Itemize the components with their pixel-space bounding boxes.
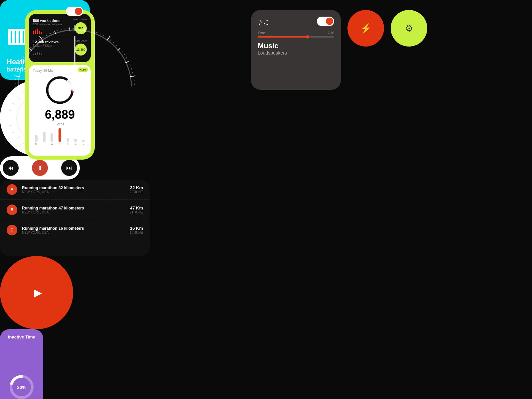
gear-circle-widget[interactable]: ⚙ (391, 10, 427, 47)
pulse-icon: ⚡ (360, 23, 372, 34)
next-button[interactable]: ⏭ (61, 160, 77, 176)
run-stats-a: 32 Km 22 JUNE (130, 185, 143, 194)
music-widget: ♪♫ Time 2:36 Music Loudspeakers (251, 10, 341, 90)
run-info-b: Running marathon 47 kilometers NEW YORK,… (22, 206, 125, 214)
week-bar-f: F (65, 138, 71, 145)
music-toggle[interactable] (317, 17, 334, 26)
run-stats-c: 16 Km 16 JUNE (130, 226, 143, 234)
run-date-b: 21 JUNE (130, 210, 143, 214)
run-loc-b: NEW YORK, USA (22, 210, 125, 214)
svg-line-25 (17, 136, 20, 139)
svg-line-31 (17, 97, 20, 99)
music-title: Music (258, 42, 334, 50)
run-stats-b: 47 Km 21 JUNE (130, 205, 143, 214)
media-controls-widget: ⏮ ⏸ ⏭ (0, 156, 80, 180)
music-time-value: 2:36 (328, 31, 334, 35)
svg-line-30 (12, 103, 15, 104)
music-note-icon: ♪♫ (258, 17, 269, 27)
prev-button[interactable]: ⏮ (3, 160, 19, 176)
week-bar-t: T (41, 132, 48, 145)
music-progress-fill (258, 36, 308, 38)
pause-button[interactable]: ⏸ (32, 160, 48, 176)
run-badge-b: B (7, 204, 17, 215)
steps-value: 6,889 (33, 108, 87, 122)
run-km-c: 16 Km (130, 226, 143, 231)
week-bar-t2: T (57, 128, 63, 145)
svg-line-29 (9, 110, 12, 111)
gear-icon: ⚙ (405, 23, 413, 34)
music-subtitle: Loudspeakers (258, 50, 334, 56)
svg-line-27 (9, 125, 12, 126)
inactive-time-widget: Inactive Time 20% (0, 329, 43, 399)
steps-unit: Steps (33, 122, 87, 126)
inactive-label: Inactive Time (8, 334, 35, 339)
play-icon: ▶ (34, 286, 42, 299)
run-badge-c: C (7, 225, 17, 235)
running-list-widget: A Running marathon 32 kilometers NEW YOR… (0, 180, 150, 256)
big-orange-circle-widget[interactable]: ▶ (0, 256, 73, 329)
run-date-a: 22 JUNE (130, 190, 143, 194)
music-toggle-knob (326, 18, 333, 25)
run-item-a: A Running marathon 32 kilometers NEW YOR… (0, 180, 150, 200)
run-km-b: 47 Km (130, 205, 143, 210)
run-km-a: 32 Km (130, 185, 143, 190)
run-info-c: Running marathon 16 kilometers NEW YORK,… (22, 226, 125, 234)
music-progress-bar[interactable] (258, 36, 334, 38)
music-time-label: Time (258, 31, 265, 35)
run-info-a: Running marathon 32 kilometers NEW YORK,… (22, 186, 125, 194)
run-name-a: Running marathon 32 kilometers (22, 186, 125, 190)
pulse-circle-widget[interactable]: ⚡ (347, 10, 384, 47)
music-progress-dot (306, 35, 309, 39)
week-bar-w: W (49, 133, 55, 145)
run-loc-a: NEW YORK, USA (22, 190, 125, 194)
run-item-b: B Running marathon 47 kilometers NEW YOR… (0, 200, 150, 220)
music-header: ♪♫ (258, 17, 334, 27)
run-badge-a: A (7, 184, 17, 195)
run-name-c: Running marathon 16 kilometers (22, 226, 125, 231)
run-item-c: C Running marathon 16 kilometers NEW YOR… (0, 220, 150, 240)
svg-line-24 (23, 142, 25, 144)
svg-text:20%: 20% (17, 385, 27, 390)
run-loc-c: NEW YORK, USA (22, 231, 125, 234)
week-bar-m: M (33, 135, 40, 145)
svg-line-26 (12, 132, 15, 133)
inactive-donut: 20% (8, 374, 35, 399)
week-bar-s2: S (80, 140, 87, 145)
run-date-c: 16 JUNE (130, 231, 143, 234)
music-progress: Time 2:36 (258, 31, 334, 38)
week-bar-s: S (72, 139, 79, 145)
run-name-b: Running marathon 47 kilometers (22, 206, 125, 210)
